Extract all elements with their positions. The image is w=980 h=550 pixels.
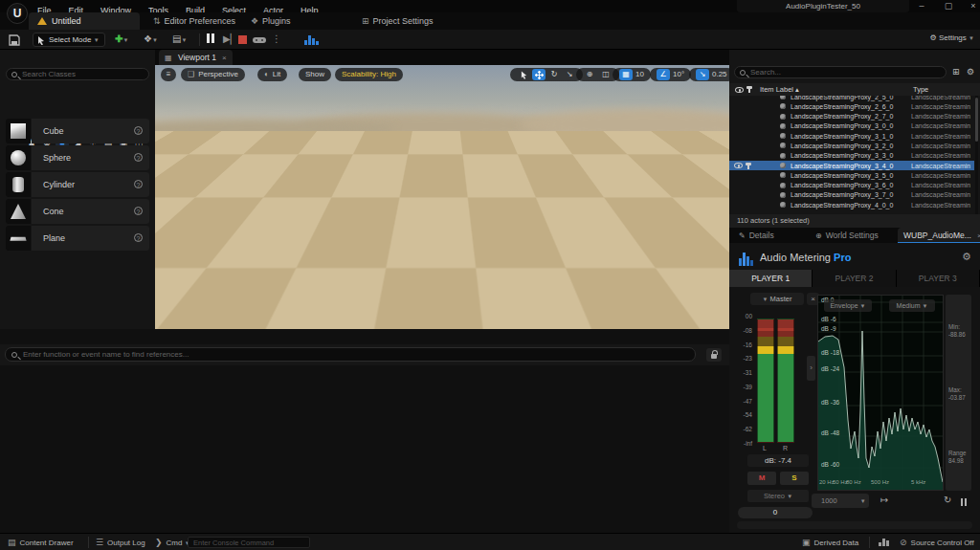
table-row[interactable]: LandscapeStreamingProxy_3_3_0 LandscapeS…	[729, 151, 974, 161]
pause-analyzer-icon[interactable]	[961, 497, 969, 508]
table-row[interactable]: LandscapeStreamingProxy_3_1_0 LandscapeS…	[729, 131, 974, 141]
viewport-options-menu[interactable]: ≡	[161, 68, 176, 81]
grid-snap-icon[interactable]: ▦	[619, 69, 633, 80]
audio-metering-plugin-icon[interactable]	[304, 35, 319, 45]
angle-snap-icon[interactable]: ∠	[657, 69, 670, 80]
pin-icon[interactable]	[747, 163, 749, 170]
eye-icon[interactable]	[734, 172, 743, 179]
stop-button[interactable]	[238, 35, 247, 44]
eye-icon[interactable]	[734, 143, 743, 149]
show-dropdown[interactable]: Show	[299, 68, 331, 81]
route-arrow-icon[interactable]: ↦	[880, 495, 888, 505]
lit-dropdown[interactable]: ◐Lit	[257, 68, 287, 81]
grid-snap-value[interactable]: 10	[635, 68, 644, 81]
table-row[interactable]: LandscapeStreamingProxy_3_5_0 LandscapeS…	[729, 170, 974, 180]
help-icon[interactable]: ?	[134, 233, 143, 242]
pin-icon[interactable]	[747, 182, 749, 189]
pin-icon[interactable]	[747, 152, 749, 160]
pin-icon[interactable]	[747, 96, 749, 101]
editor-preferences-button[interactable]: ⇅Editor Preferences	[153, 12, 235, 30]
eye-icon[interactable]	[734, 133, 743, 140]
scale-tool-icon[interactable]: ↘	[563, 69, 576, 80]
tab-details[interactable]: ✎Details	[733, 228, 780, 243]
eye-icon[interactable]	[734, 114, 743, 121]
step-frame-button[interactable]: ▶▏	[223, 33, 237, 44]
outliner-scrollbar[interactable]	[975, 96, 978, 214]
pause-button[interactable]	[207, 33, 216, 45]
minimize-button[interactable]: –	[911, 0, 932, 12]
select-mode-dropdown[interactable]: Select Mode ▼	[33, 33, 105, 47]
cmd-dropdown[interactable]: ❯Cmd ▼	[155, 534, 190, 550]
add-actor-icon[interactable]: ✚▼	[115, 33, 128, 44]
eye-icon[interactable]	[734, 103, 743, 110]
select-tool-icon[interactable]	[517, 69, 530, 80]
help-icon[interactable]: ?	[134, 126, 143, 135]
angle-snap-value[interactable]: 10°	[673, 68, 684, 81]
help-icon[interactable]: ?	[134, 153, 143, 162]
rotate-tool-icon[interactable]: ↻	[547, 69, 561, 80]
table-row[interactable]: LandscapeStreamingProxy_2_6_0 LandscapeS…	[729, 101, 974, 111]
lock-button[interactable]	[706, 348, 722, 362]
table-row[interactable]: LandscapeStreamingProxy_3_0_0 LandscapeS…	[729, 121, 974, 131]
table-row[interactable]: LandscapeStreamingProxy_2_7_0 LandscapeS…	[729, 112, 974, 121]
meter-expander-button[interactable]: ›	[807, 356, 815, 381]
audio-settings-gear-icon[interactable]: ⚙	[962, 251, 971, 263]
tab-world-settings[interactable]: ⊕World Settings	[810, 228, 884, 243]
refresh-icon[interactable]: ↻	[944, 495, 951, 505]
source-control-button[interactable]: ⊘Source Control Off	[900, 534, 974, 550]
blueprints-icon[interactable]: ❖▼	[144, 33, 158, 44]
project-settings-button[interactable]: ⊞Project Settings	[362, 12, 434, 30]
viewport-scene[interactable]: ≡ ❑Perspective ◐Lit Show Scalability: Hi…	[155, 65, 729, 329]
gain-value-box[interactable]: 0	[738, 507, 813, 518]
eye-icon[interactable]	[734, 183, 743, 189]
channel-mode-dropdown[interactable]: Stereo ▼	[747, 490, 809, 502]
pin-icon[interactable]	[747, 113, 749, 121]
plugins-button[interactable]: ❖Plugins	[251, 12, 291, 30]
pin-icon[interactable]	[747, 172, 749, 180]
help-icon[interactable]: ?	[134, 180, 143, 188]
eye-icon[interactable]	[734, 192, 743, 199]
cinematics-icon[interactable]: ▤▼	[172, 33, 187, 44]
pin-icon[interactable]	[747, 122, 749, 130]
kebab-menu-icon[interactable]: ⋮	[272, 33, 281, 44]
scale-snap-icon[interactable]: ↘	[696, 69, 709, 80]
scalability-button[interactable]: Scalability: High	[335, 68, 403, 81]
item-label-column-header[interactable]: Item Label ▴	[760, 85, 799, 94]
eye-icon[interactable]	[734, 96, 743, 100]
help-icon[interactable]: ?	[134, 207, 143, 215]
maximize-button[interactable]: ▢	[938, 0, 959, 12]
envelope-dropdown[interactable]: Envelope ▼	[824, 299, 872, 312]
surface-snap-icon[interactable]: ◫	[599, 69, 612, 80]
find-references-input[interactable]	[23, 350, 674, 359]
stats-icon[interactable]	[879, 539, 889, 546]
shape-list-item[interactable]: Plane ?	[6, 226, 149, 251]
fft-size-dropdown[interactable]: 1000 ▼	[812, 494, 869, 508]
table-row[interactable]: LandscapeStreamingProxy_3_2_0 LandscapeS…	[729, 141, 974, 150]
derived-data-button[interactable]: ▣Derived Data	[802, 534, 858, 550]
output-log-button[interactable]: ☰Output Log	[96, 534, 145, 550]
shape-list-item[interactable]: Cone ?	[6, 199, 149, 224]
outliner-search-input[interactable]	[750, 68, 919, 77]
pin-icon[interactable]	[747, 133, 749, 141]
save-icon[interactable]	[9, 34, 20, 46]
table-row[interactable]: LandscapeStreamingProxy_3_4_0 LandscapeS…	[729, 161, 974, 170]
table-row[interactable]: LandscapeStreamingProxy_3_6_0 LandscapeS…	[729, 181, 974, 190]
shape-list-item[interactable]: Sphere ?	[6, 145, 149, 170]
unreal-logo-icon[interactable]: U	[7, 3, 28, 24]
new-folder-icon[interactable]: ⊞	[952, 67, 960, 77]
mute-button[interactable]: M	[747, 472, 776, 485]
pin-icon[interactable]	[747, 143, 749, 150]
eye-icon[interactable]	[734, 123, 743, 130]
console-command-input[interactable]	[188, 537, 310, 548]
pin-column-icon[interactable]	[748, 86, 750, 95]
tab-untitled[interactable]: Untitled	[29, 12, 140, 30]
eye-icon[interactable]	[734, 163, 743, 169]
pin-icon[interactable]	[747, 191, 749, 199]
solo-button[interactable]: S	[780, 472, 809, 485]
close-icon[interactable]: ×	[222, 54, 227, 62]
tab-player-2[interactable]: PLAYER 2	[813, 270, 896, 287]
gamepad-icon[interactable]	[253, 36, 266, 44]
pin-icon[interactable]	[747, 202, 749, 209]
scale-snap-value[interactable]: 0.25	[712, 68, 727, 81]
speed-dropdown[interactable]: Medium ▼	[889, 299, 935, 312]
